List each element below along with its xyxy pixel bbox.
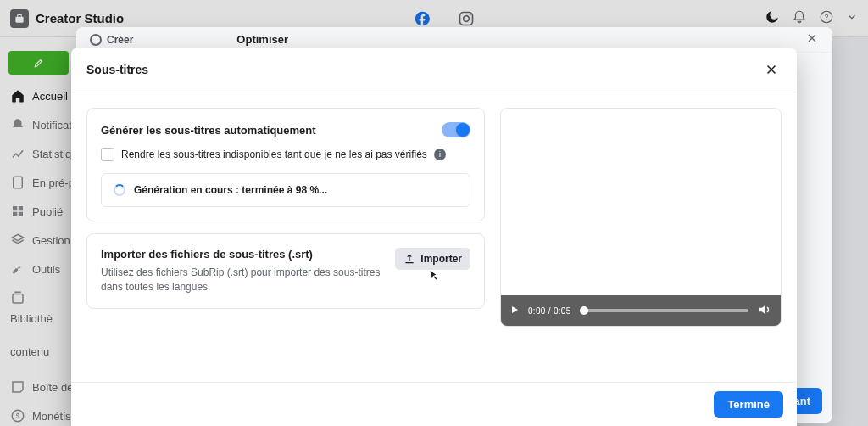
video-canvas[interactable] xyxy=(501,109,781,295)
auto-generate-card: Générer les sous-titres automatiquement … xyxy=(86,108,485,221)
play-icon xyxy=(509,305,520,315)
done-label: Terminé xyxy=(727,398,770,411)
cursor-icon xyxy=(426,268,440,283)
progress-label: Génération en cours : terminée à 98 %... xyxy=(134,184,327,196)
seek-track[interactable] xyxy=(580,309,748,312)
import-srt-card: Importer des fichiers de sous-titres (.s… xyxy=(86,233,485,309)
video-time: 0:00 / 0:05 xyxy=(528,306,571,316)
close-icon xyxy=(805,31,819,45)
step-ring-icon xyxy=(90,34,102,46)
import-text: Importer des fichiers de sous-titres (.s… xyxy=(101,248,385,294)
play-button[interactable] xyxy=(509,305,520,317)
settings-column: Générer les sous-titres automatiquement … xyxy=(86,108,485,367)
hold-until-verified-label: Rendre les sous-titres indisponibles tan… xyxy=(121,149,427,160)
volume-button[interactable] xyxy=(757,302,772,319)
subtitles-body: Générer les sous-titres automatiquement … xyxy=(71,92,797,382)
auto-generate-row: Générer les sous-titres automatiquement xyxy=(101,122,470,137)
seek-thumb[interactable] xyxy=(580,306,588,315)
hold-until-verified-checkbox[interactable] xyxy=(101,148,114,161)
close-icon xyxy=(764,62,779,77)
hold-until-verified-row: Rendre les sous-titres indisponibles tan… xyxy=(101,148,470,161)
import-button[interactable]: Importer xyxy=(395,248,470,270)
video-preview: 0:00 / 0:05 xyxy=(500,108,782,327)
subtitles-title: Sous-titres xyxy=(86,63,148,76)
optimize-title: Optimiser xyxy=(236,33,288,46)
preview-column: 0:00 / 0:05 xyxy=(500,108,782,367)
optimize-close-button[interactable] xyxy=(805,31,819,48)
import-button-label: Importer xyxy=(420,253,462,265)
generation-progress: Génération en cours : terminée à 98 %... xyxy=(101,173,470,207)
auto-generate-heading: Générer les sous-titres automatiquement xyxy=(101,124,316,137)
subtitles-header: Sous-titres xyxy=(71,48,797,92)
import-heading: Importer des fichiers de sous-titres (.s… xyxy=(101,248,385,261)
step-create[interactable]: Créer xyxy=(90,34,133,46)
spinner-icon xyxy=(114,184,125,196)
auto-generate-toggle[interactable] xyxy=(442,122,470,137)
info-icon[interactable]: i xyxy=(434,149,446,160)
step-label: Créer xyxy=(107,34,133,46)
video-controls: 0:00 / 0:05 xyxy=(501,295,781,326)
subtitles-footer: Terminé xyxy=(71,382,797,426)
done-button[interactable]: Terminé xyxy=(714,391,783,418)
import-desc: Utilisez des fichiers SubRip (.srt) pour… xyxy=(101,266,385,294)
subtitles-modal: Sous-titres Générer les sous-titres auto… xyxy=(71,48,797,426)
upload-icon xyxy=(403,253,415,265)
volume-icon xyxy=(757,302,772,317)
subtitles-close-button[interactable] xyxy=(761,59,782,80)
